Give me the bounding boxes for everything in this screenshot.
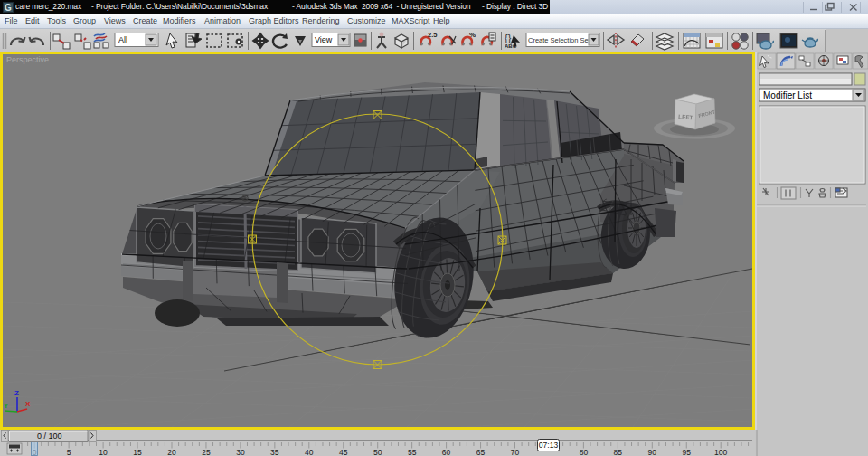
- svg-text:0 / 100: 0 / 100: [37, 432, 62, 441]
- svg-text:X: X: [25, 400, 31, 408]
- svg-text:100: 100: [714, 448, 727, 456]
- svg-text:45: 45: [339, 448, 348, 456]
- svg-text:35: 35: [270, 448, 279, 456]
- svg-text:Perspective: Perspective: [6, 55, 49, 64]
- svg-text:90: 90: [648, 448, 657, 456]
- svg-text:55: 55: [408, 448, 417, 456]
- svg-text:07:13: 07:13: [539, 441, 559, 450]
- svg-text:LEFT: LEFT: [678, 113, 693, 120]
- svg-text:50: 50: [373, 448, 382, 456]
- svg-text:80: 80: [580, 448, 589, 456]
- svg-text:65: 65: [476, 448, 486, 456]
- svg-text:Modifier List: Modifier List: [763, 90, 812, 100]
- svg-text:All: All: [118, 35, 127, 44]
- svg-text:%: %: [469, 31, 476, 39]
- svg-text:Y: Y: [4, 402, 9, 410]
- svg-text:15: 15: [133, 448, 142, 456]
- svg-text:ABC: ABC: [505, 43, 517, 49]
- svg-text:20: 20: [167, 448, 176, 456]
- svg-text:95: 95: [683, 448, 692, 456]
- svg-text:{}: {}: [505, 33, 512, 43]
- svg-text:2.5: 2.5: [428, 31, 437, 39]
- svg-text:10: 10: [99, 448, 108, 456]
- svg-text:25: 25: [202, 448, 211, 456]
- svg-text:30: 30: [236, 448, 245, 456]
- svg-text:Z: Z: [14, 389, 19, 397]
- svg-text:60: 60: [442, 448, 451, 456]
- svg-text:5: 5: [67, 448, 71, 456]
- svg-text:View: View: [315, 35, 333, 44]
- svg-text:85: 85: [614, 448, 623, 456]
- svg-text:40: 40: [305, 448, 314, 456]
- svg-text:70: 70: [511, 448, 520, 456]
- svg-text:Create Selection Set: Create Selection Set: [528, 36, 591, 44]
- svg-text:G: G: [5, 3, 12, 13]
